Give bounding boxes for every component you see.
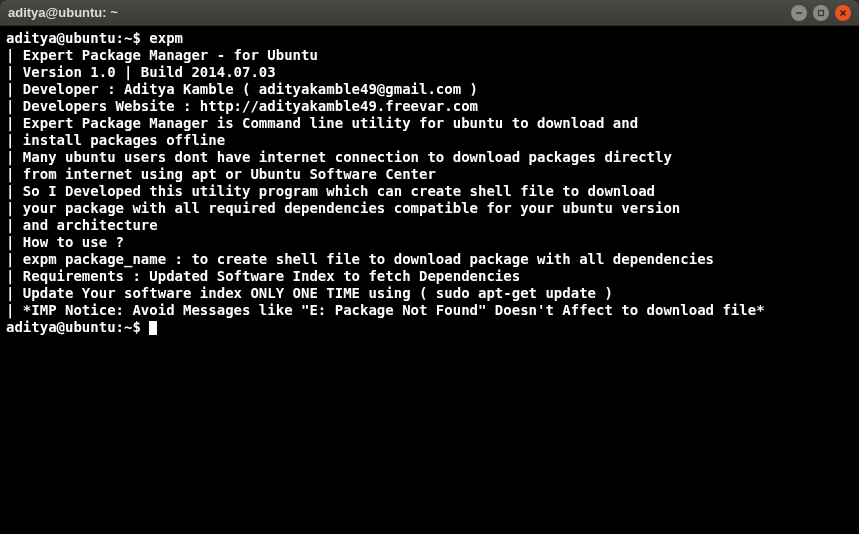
maximize-button[interactable] — [813, 5, 829, 21]
output-line: | from internet using apt or Ubuntu Soft… — [6, 166, 853, 183]
terminal-body[interactable]: aditya@ubuntu:~$ expm| Expert Package Ma… — [0, 26, 859, 534]
close-button[interactable] — [835, 5, 851, 21]
output-line: | Expert Package Manager is Command line… — [6, 115, 853, 132]
output-line: | Many ubuntu users dont have internet c… — [6, 149, 853, 166]
minimize-icon — [795, 9, 803, 17]
minimize-button[interactable] — [791, 5, 807, 21]
prompt: aditya@ubuntu:~$ — [6, 30, 141, 46]
output-line: | Developers Website : http://adityakamb… — [6, 98, 853, 115]
window-title: aditya@ubuntu: ~ — [8, 5, 791, 20]
command-output: | Expert Package Manager - for Ubuntu| V… — [6, 47, 853, 319]
output-line: | Expert Package Manager - for Ubuntu — [6, 47, 853, 64]
output-line: | Update Your software index ONLY ONE TI… — [6, 285, 853, 302]
output-line: | your package with all required depende… — [6, 200, 853, 217]
command-text: expm — [149, 30, 183, 46]
output-line: | How to use ? — [6, 234, 853, 251]
prompt: aditya@ubuntu:~$ — [6, 319, 141, 335]
output-line: | So I Developed this utility program wh… — [6, 183, 853, 200]
svg-rect-1 — [819, 10, 824, 15]
window-controls — [791, 5, 851, 21]
output-line: | Requirements : Updated Software Index … — [6, 268, 853, 285]
output-line: | and architecture — [6, 217, 853, 234]
output-line: | *IMP Notice: Avoid Messages like "E: P… — [6, 302, 853, 319]
output-line: | expm package_name : to create shell fi… — [6, 251, 853, 268]
titlebar[interactable]: aditya@ubuntu: ~ — [0, 0, 859, 26]
output-line: | install packages offline — [6, 132, 853, 149]
close-icon — [839, 9, 847, 17]
cursor — [149, 321, 157, 335]
terminal-window: aditya@ubuntu: ~ aditya@ubuntu:~$ expm| … — [0, 0, 859, 534]
output-line: | Version 1.0 | Build 2014.07.03 — [6, 64, 853, 81]
output-line: | Developer : Aditya Kamble ( adityakamb… — [6, 81, 853, 98]
maximize-icon — [817, 9, 825, 17]
